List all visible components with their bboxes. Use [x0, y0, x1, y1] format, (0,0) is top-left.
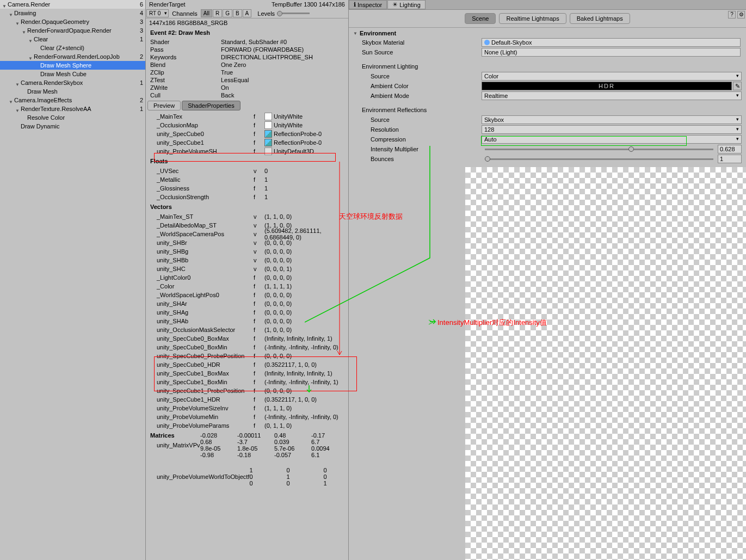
prop-name: unity_SpecCube0_ProbePosition	[150, 353, 254, 359]
prop-name: unity_SpecCube0_BoxMin	[150, 344, 254, 350]
environment-heading[interactable]: Environment	[351, 29, 744, 38]
prop-val: (0, 1, 1, 0)	[264, 422, 344, 429]
sun-icon: ☀	[392, 1, 398, 8]
skybox-label: Skybox Material	[362, 39, 482, 46]
ambient-color-field[interactable]: HDR	[482, 82, 732, 90]
prop-key: Blend	[150, 61, 221, 68]
compression-dropdown[interactable]: Auto	[482, 135, 742, 144]
gear-icon[interactable]: ⚙	[737, 11, 745, 19]
expand-icon[interactable]	[22, 28, 26, 33]
prop-key: ZClip	[150, 69, 221, 76]
tab-lighting[interactable]: ☀Lighting	[387, 0, 426, 9]
bounces-value[interactable]: 1	[718, 155, 742, 163]
ch-all[interactable]: All	[201, 9, 212, 17]
expand-icon[interactable]	[28, 54, 33, 59]
prop-val: True	[221, 69, 344, 76]
tree-item[interactable]: Draw Dynamic	[0, 122, 145, 131]
levels-slider[interactable]	[277, 13, 310, 14]
prop-name: _MainTex	[150, 113, 254, 120]
refl-source-dropdown[interactable]: Skybox	[482, 115, 742, 124]
ambient-mode-label: Ambient Mode	[371, 93, 482, 99]
skybox-field[interactable]: Default-Skybox	[482, 38, 741, 47]
expand-icon[interactable]	[15, 20, 20, 24]
prop-key: Keywords	[150, 54, 221, 60]
prop-name: unity_SpecCube0	[150, 131, 254, 137]
prop-key: Pass	[150, 46, 221, 53]
ambient-mode-dropdown[interactable]: Realtime	[482, 91, 742, 100]
tab-inspector[interactable]: ℹInspector	[349, 0, 387, 9]
prop-val[interactable]: UnityWhite	[274, 122, 303, 128]
prop-val: FORWARD (FORWARDBASE)	[221, 46, 344, 53]
tree-item[interactable]: Camera.Render6	[0, 0, 145, 9]
mode-baked-lightmaps[interactable]: Baked Lightmaps	[570, 13, 630, 24]
tree-item[interactable]: Resolve Color	[0, 113, 145, 122]
rt-dropdown[interactable]: RT 0	[146, 9, 169, 17]
tree-item[interactable]: Camera.ImageEffects2	[0, 96, 145, 104]
intensity-label: Intensity Multiplier	[371, 146, 482, 152]
prop-name: _UVSec	[150, 168, 254, 174]
prop-val: (0, 0, 0, 0)	[264, 387, 344, 394]
bounces-slider[interactable]	[485, 158, 713, 160]
tree-item[interactable]: Render.OpaqueGeometry3	[0, 17, 145, 26]
ch-b[interactable]: B	[233, 9, 242, 17]
tree-item[interactable]: Camera.RenderSkybox1	[0, 78, 145, 87]
prop-val[interactable]: UnityDefault3D	[274, 148, 314, 155]
eyedropper-icon[interactable]: ✎	[733, 82, 742, 90]
event-heading: Event #2: Draw Mesh	[146, 27, 348, 38]
tab-shader-properties[interactable]: ShaderProperties	[182, 101, 241, 110]
prop-val[interactable]: ReflectionProbe-0	[274, 131, 322, 137]
intensity-slider[interactable]	[485, 149, 713, 150]
expand-icon[interactable]	[15, 107, 20, 111]
tree-item[interactable]: Draw Mesh	[0, 87, 145, 96]
expand-icon[interactable]	[2, 2, 7, 7]
prop-name: _Metallic	[150, 176, 254, 183]
prop-val[interactable]: ReflectionProbe-0	[274, 139, 322, 146]
intensity-value[interactable]: 0.628	[718, 145, 742, 153]
tree-item[interactable]: RenderForwardOpaque.Render3	[0, 26, 145, 35]
prop-val: DIRECTIONAL LIGHTPROBE_SH	[221, 54, 344, 60]
tree-item[interactable]: Draw Mesh Sphere	[0, 61, 145, 70]
mode-scene[interactable]: Scene	[465, 13, 496, 24]
prop-val: One Zero	[221, 61, 344, 68]
prop-name: unity_SHAr	[150, 300, 254, 307]
prop-val: (0.3522117, 1, 0, 0)	[264, 396, 344, 403]
prop-val: (1, 1, 1, 0)	[264, 405, 344, 411]
prop-val: (Infinity, Infinity, Infinity, 1)	[264, 335, 344, 342]
lighting-panel: ℹInspector ☀Lighting ?⚙ Scene Realtime L…	[349, 0, 746, 560]
expand-icon[interactable]	[9, 11, 13, 15]
ch-g[interactable]: G	[223, 9, 232, 17]
help-icon[interactable]: ?	[728, 11, 736, 19]
tree-item[interactable]: RenderTexture.ResolveAA1	[0, 104, 145, 113]
ch-r[interactable]: R	[213, 9, 222, 17]
expand-icon[interactable]	[9, 98, 13, 102]
ch-a[interactable]: A	[243, 9, 252, 17]
tab-preview[interactable]: Preview	[147, 101, 181, 110]
tree-item[interactable]: Clear1	[0, 35, 145, 44]
prop-val: (1, 1, 0, 0)	[264, 213, 344, 220]
prop-val[interactable]: UnityWhite	[274, 113, 303, 120]
tree-item[interactable]: Draw Mesh Cube	[0, 70, 145, 78]
tree-item[interactable]: Drawing4	[0, 9, 145, 17]
format-info: 1447x186 R8G8B8A8_SRGB	[146, 19, 348, 27]
matrix-name: unity_MatrixVP	[150, 442, 197, 448]
refl-source-label: Source	[371, 116, 482, 123]
mode-realtime-lightmaps[interactable]: Realtime Lightmaps	[499, 13, 566, 24]
tree-item[interactable]: Clear (Z+stencil)	[0, 44, 145, 52]
prop-name: unity_ProbeVolumeMin	[150, 414, 254, 420]
resolution-dropdown[interactable]: 128	[482, 125, 742, 134]
matrix-name: unity_ProbeVolumeWorldToObject	[150, 473, 248, 480]
prop-key: ZWrite	[150, 84, 221, 91]
expand-icon[interactable]	[28, 37, 33, 41]
prop-name: unity_SpecCube1_BoxMax	[150, 370, 254, 377]
env-lighting-heading: Environment Lighting	[362, 63, 418, 70]
light-source-dropdown[interactable]: Color	[482, 72, 742, 81]
prop-name: unity_ProbeVolumeSizeInv	[150, 405, 254, 411]
texture-icon	[264, 113, 272, 120]
levels-label: Levels	[257, 10, 275, 17]
sun-field[interactable]: None (Light)	[482, 48, 741, 57]
expand-icon[interactable]	[15, 81, 20, 85]
prop-val: 1	[264, 185, 344, 192]
tree-item[interactable]: RenderForward.RenderLoopJob2	[0, 52, 145, 61]
material-icon	[484, 40, 490, 45]
floats-heading: Floats	[146, 156, 348, 167]
